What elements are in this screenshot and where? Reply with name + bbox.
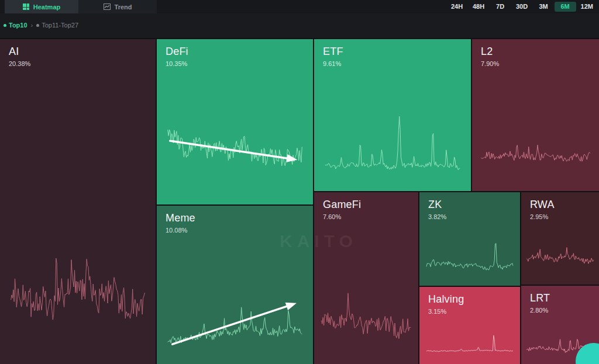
tab-heatmap-label: Heatmap	[33, 4, 60, 11]
tab-heatmap[interactable]: Heatmap	[5, 0, 78, 13]
breadcrumb: Top10 › Top11-Top27	[4, 22, 78, 29]
tile-label: GameFi	[323, 199, 361, 211]
time-range-selector: 24H 48H 7D 30D 3M 6M 12M	[446, 0, 598, 13]
tile-zk[interactable]: ZK 3.82%	[419, 192, 520, 286]
tile-percent: 3.82%	[428, 213, 446, 220]
tile-meme[interactable]: Meme 10.08%	[157, 206, 313, 364]
sparkline	[0, 39, 156, 364]
tile-label: LRT	[530, 292, 550, 304]
time-range-6m[interactable]: 6M	[555, 2, 576, 12]
tile-label: ZK	[428, 199, 446, 211]
time-range-30d[interactable]: 30D	[511, 2, 533, 12]
tile-rwa[interactable]: RWA 2.95%	[521, 192, 599, 285]
breadcrumb-top11-top27[interactable]: Top11-Top27	[36, 22, 78, 29]
trend-chart-icon	[104, 4, 111, 10]
breadcrumb-top10[interactable]: Top10	[4, 22, 27, 29]
tile-percent: 2.80%	[530, 307, 550, 314]
tile-l2[interactable]: L2 7.90%	[472, 39, 599, 191]
tile-ai[interactable]: AI 20.38%	[0, 39, 156, 364]
tile-percent: 10.08%	[166, 227, 195, 234]
tile-percent: 10.35%	[166, 60, 188, 67]
tile-halving[interactable]: Halving 3.15%	[419, 287, 520, 364]
heatmap-grid-icon	[23, 4, 29, 10]
tile-percent: 7.90%	[481, 60, 499, 67]
tile-label: L2	[481, 46, 499, 58]
tile-defi[interactable]: DeFi 10.35%	[157, 39, 313, 204]
tile-label: RWA	[530, 199, 555, 211]
bullet-icon	[36, 24, 39, 27]
tile-percent: 20.38%	[9, 60, 30, 67]
tile-percent: 9.61%	[323, 60, 343, 67]
time-range-12m[interactable]: 12M	[576, 2, 598, 12]
breadcrumb-top11-top27-label: Top11-Top27	[42, 22, 78, 29]
time-range-48h[interactable]: 48H	[468, 2, 490, 12]
treemap: AI 20.38% DeFi 10.35% ETF 9.61% L2 7.90%…	[0, 38, 599, 364]
tile-label: AI	[9, 46, 30, 58]
tile-percent: 2.95%	[530, 213, 555, 220]
tile-etf[interactable]: ETF 9.61%	[314, 39, 471, 191]
chevron-right-icon: ›	[31, 22, 33, 29]
time-range-3m[interactable]: 3M	[533, 2, 555, 12]
top-bar: Heatmap Trend 24H 48H 7D 30D 3M 6M 12M	[0, 0, 599, 13]
heatmap-dashboard: Heatmap Trend 24H 48H 7D 30D 3M 6M 12M	[0, 0, 599, 364]
tile-gamefi[interactable]: GameFi 7.60%	[314, 192, 418, 364]
tile-label: Halving	[428, 293, 464, 306]
breadcrumb-top10-label: Top10	[9, 22, 27, 29]
bullet-icon	[4, 24, 6, 27]
tile-percent: 3.15%	[428, 308, 464, 315]
tab-trend[interactable]: Trend	[78, 0, 157, 13]
tab-trend-label: Trend	[115, 4, 132, 11]
time-range-7d[interactable]: 7D	[490, 2, 511, 12]
tile-label: Meme	[166, 212, 195, 224]
tile-percent: 7.60%	[323, 213, 361, 220]
view-tabs: Heatmap Trend	[5, 0, 157, 13]
time-range-24h[interactable]: 24H	[446, 2, 468, 12]
tile-label: ETF	[323, 46, 343, 58]
tile-label: DeFi	[166, 46, 188, 58]
